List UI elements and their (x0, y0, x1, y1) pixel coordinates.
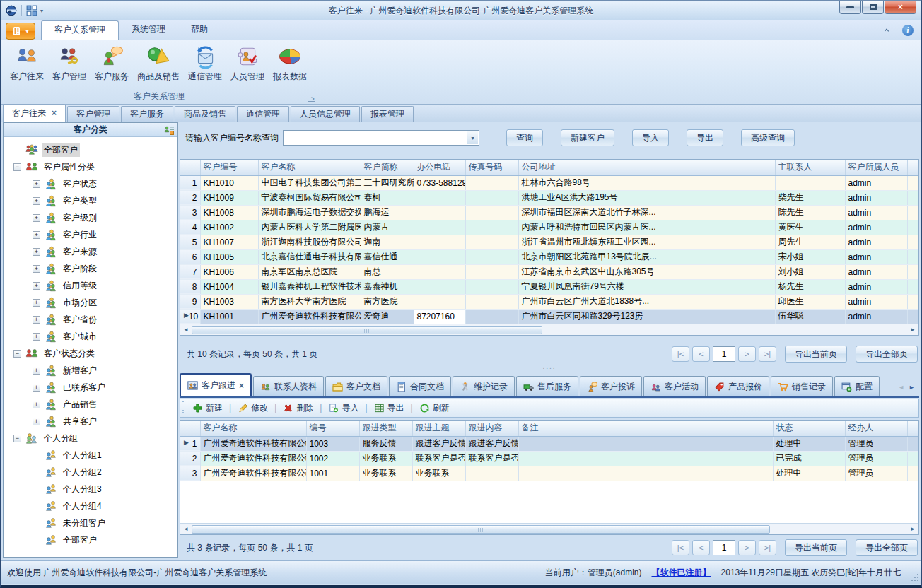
ribbon-button-人员管理[interactable]: 人员管理 (226, 42, 269, 85)
ribbon-tab-帮助[interactable]: 帮助 (178, 20, 221, 40)
last-page-button[interactable]: >| (759, 540, 776, 555)
resize-grip[interactable] (910, 574, 918, 582)
detail-tab-联系人资料[interactable]: 联系人资料 (253, 376, 324, 396)
grid-row-8[interactable]: 8KH1004银川嘉泰神机工程软件技术有限公司嘉泰神机宁夏银川凤凰南街79号六楼… (180, 279, 918, 294)
grid-row-9[interactable]: 9KH1003南方医科大学南方医院南方医院广州市白云区广州大道北1838号...… (180, 294, 918, 309)
export-all-pages-button[interactable]: 导出全部页 (856, 539, 918, 556)
tree-item-个人分组1[interactable]: 个人分组1 (4, 447, 177, 464)
detail-tab-售后服务[interactable]: 售后服务 (516, 376, 578, 396)
column-header-状态[interactable]: 状态 (773, 421, 845, 436)
tree-item-客户状态分类[interactable]: −客户状态分类 (4, 345, 177, 362)
tree-item-label[interactable]: 客户状态 (61, 177, 99, 191)
detail-tab-销售记录[interactable]: 销售记录 (771, 376, 833, 396)
minimize-button[interactable] (839, 1, 861, 14)
导出-button[interactable]: 导出 (368, 402, 410, 414)
document-tab-客户往来[interactable]: 客户往来× (3, 104, 66, 122)
document-tab-人员信息管理[interactable]: 人员信息管理 (291, 106, 360, 122)
scroll-left-icon[interactable]: ◄ (180, 324, 192, 335)
ribbon-tab-系统管理[interactable]: 系统管理 (119, 20, 178, 40)
tree-item-信用等级[interactable]: +信用等级 (4, 277, 177, 294)
tree-item-个人分组3[interactable]: 个人分组3 (4, 481, 177, 498)
grid-row-3[interactable]: 3广州爱奇迪软件科技有限公司1001业务联系业务联系处理中管理员 (180, 466, 918, 481)
tree-item-label[interactable]: 客户省份 (61, 313, 99, 327)
expand-icon[interactable]: + (33, 231, 40, 239)
tree-item-客户级别[interactable]: +客户级别 (4, 209, 177, 226)
ribbon-button-报表数据[interactable]: 报表数据 (269, 42, 311, 85)
ribbon-button-客户往来[interactable]: 客户往来 (6, 42, 48, 85)
导入-button[interactable]: 导入 (322, 402, 364, 414)
tree-item-客户省份[interactable]: +客户省份 (4, 311, 177, 328)
tree-item-label[interactable]: 已联系客户 (61, 381, 107, 394)
ribbon-button-客户管理[interactable]: 客户管理 (48, 42, 91, 85)
close-tab-icon[interactable]: × (239, 381, 244, 391)
scroll-left-icon[interactable]: ◄ (180, 524, 192, 534)
expand-icon[interactable]: + (33, 282, 40, 290)
grid-row-1[interactable]: 1KH1010中国电子科技集团公司第三十四研...三十四研究所0733-5881… (180, 175, 918, 190)
tree-item-label[interactable]: 客户城市 (61, 330, 99, 343)
detail-tab-合同文档[interactable]: 合同文档 (389, 376, 451, 396)
tree-item-label[interactable]: 未分组客户 (61, 517, 107, 530)
grid-row-3[interactable]: 3KH1008深圳市鹏海运电子数据交换有限公司鹏海运深圳市福田区深南大道北竹子林… (180, 205, 918, 220)
tree-item-label[interactable]: 客户状态分类 (42, 347, 97, 360)
dialog-launcher-icon[interactable]: ↘ (308, 95, 315, 102)
expand-icon[interactable]: + (33, 197, 40, 205)
document-tab-商品及销售[interactable]: 商品及销售 (175, 106, 235, 122)
maximize-button[interactable] (862, 1, 884, 14)
page-number-input[interactable]: 1 (713, 346, 735, 362)
prev-page-button[interactable]: < (692, 540, 710, 555)
tree-item-已联系客户[interactable]: +已联系客户 (4, 379, 177, 396)
scrollbar-thumb[interactable] (192, 525, 770, 534)
tree-item-客户状态[interactable]: +客户状态 (4, 175, 177, 192)
column-header-主联系人[interactable]: 主联系人 (775, 160, 845, 175)
column-header-客户名称[interactable]: 客户名称 (258, 160, 361, 175)
tree-item-产品销售[interactable]: +产品销售 (4, 396, 177, 413)
expand-icon[interactable]: + (33, 401, 40, 408)
tree-item-新增客户[interactable]: +新增客户 (4, 362, 177, 379)
toolbar-grip[interactable] (182, 401, 184, 414)
grid-row-2[interactable]: 2KH1009宁波赛柯国际贸易有限公司赛柯洪塘工业A区洪大路195号柴先生adm… (180, 190, 918, 205)
grid-row-6[interactable]: 6KH1005北京嘉信仕通电子科技有限公司嘉信仕通北京市朝阳区北苑路甲13号院北… (180, 249, 918, 264)
tree-item-label[interactable]: 个人分组1 (61, 449, 104, 462)
expand-icon[interactable]: + (33, 316, 40, 324)
ribbon-button-商品及销售[interactable]: 商品及销售 (133, 42, 184, 85)
registered-link[interactable]: 【软件已注册】 (651, 567, 711, 579)
tree-item-label[interactable]: 共享客户 (61, 415, 99, 428)
detail-tab-客户文档[interactable]: 客户文档 (325, 376, 387, 396)
customer-search-combo[interactable]: ▼ (283, 130, 479, 146)
新建-button[interactable]: 新建 (187, 402, 228, 414)
查询-button[interactable]: 查询 (506, 129, 543, 146)
column-header-公司地址[interactable]: 公司地址 (518, 160, 775, 175)
column-header-传真号码[interactable]: 传真号码 (465, 160, 518, 175)
next-page-button[interactable]: > (738, 346, 756, 362)
export-current-page-button[interactable]: 导出当前页 (785, 346, 847, 363)
scrollbar-thumb[interactable] (192, 326, 542, 334)
tree-item-全部客户[interactable]: 全部客户 (4, 141, 177, 158)
tree-item-label[interactable]: 客户来源 (61, 245, 99, 259)
close-button[interactable]: × (885, 1, 916, 14)
column-header-客户所属人员[interactable]: 客户所属人员 (845, 160, 907, 175)
page-number-input[interactable]: 1 (713, 540, 735, 555)
column-header-客户名称[interactable]: 客户名称 (200, 421, 306, 436)
tree-item-未分组客户[interactable]: 未分组客户 (4, 514, 177, 531)
column-header-办公电话[interactable]: 办公电话 (414, 160, 465, 175)
document-tab-客户管理[interactable]: 客户管理 (67, 106, 119, 122)
tree-item-label[interactable]: 客户阶段 (61, 262, 99, 276)
导入-button[interactable]: 导入 (632, 129, 669, 146)
collapse-ribbon-icon[interactable] (882, 28, 891, 33)
grid-row-4[interactable]: 4KH1002内蒙古医科大学第二附属医院内蒙古内蒙古呼和浩特市回民区内蒙古医..… (180, 220, 918, 235)
tab-scroll-right-icon[interactable]: ► (909, 384, 915, 391)
grid-row-5[interactable]: 5KH1007浙江迦南科技股份有限公司迦南浙江省温州市瓯北镇东瓯工业区园...周… (180, 235, 918, 249)
tree-item-客户属性分类[interactable]: −客户属性分类 (4, 158, 177, 175)
tree-item-label[interactable]: 信用等级 (61, 279, 99, 293)
tree-item-label[interactable]: 客户行业 (61, 228, 99, 242)
column-header-经办人[interactable]: 经办人 (845, 421, 907, 436)
collapse-icon[interactable]: − (13, 350, 21, 358)
tree-item-label[interactable]: 个人分组3 (61, 483, 104, 496)
expand-icon[interactable]: + (33, 248, 40, 256)
tree-item-label[interactable]: 个人分组 (42, 432, 80, 445)
first-page-button[interactable]: |< (672, 540, 689, 555)
tree-item-客户阶段[interactable]: +客户阶段 (4, 260, 177, 277)
修改-button[interactable]: 修改 (232, 402, 274, 414)
tree-item-label[interactable]: 全部客户 (61, 534, 99, 547)
detail-tab-客户活动[interactable]: 客户活动 (643, 376, 706, 396)
